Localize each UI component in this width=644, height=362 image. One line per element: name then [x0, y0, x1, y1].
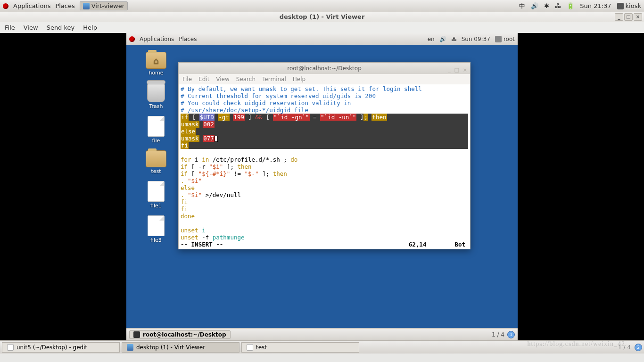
monitor-icon [127, 344, 133, 351]
folder-home-icon [146, 52, 166, 69]
workspace-switcher-icon[interactable]: 1 [507, 331, 515, 338]
network-icon[interactable]: 🖧 [451, 36, 457, 42]
code-line: unset -f pathmunge [181, 234, 468, 241]
guest-desktop[interactable]: Applications Places en 🔊 🖧 Sun 09:37 roo… [126, 33, 518, 340]
vim-scroll: Bot [454, 241, 468, 248]
desktop-icon-test[interactable]: test [140, 150, 173, 174]
volume-icon[interactable]: 🔊 [531, 2, 538, 9]
desktop-icons: home Trash file test file1 file3 [140, 52, 173, 243]
code-line: for i in /etc/profile.d/*.sh ; do [181, 156, 468, 163]
term-menu-help[interactable]: Help [293, 76, 305, 82]
file-icon [148, 215, 165, 236]
redhat-icon [129, 36, 135, 42]
virt-menu-file[interactable]: File [5, 24, 15, 31]
host-task-virtviewer[interactable]: Virt-viewer [80, 1, 128, 10]
taskbar-item-test[interactable]: test [241, 342, 359, 353]
task-label: desktop (1) - Virt Viewer [136, 344, 205, 351]
code-line: else [181, 184, 468, 191]
icon-label: home [149, 70, 163, 76]
term-menu-terminal[interactable]: Terminal [262, 76, 286, 82]
code-line-highlight: else [181, 128, 468, 135]
term-menu-view[interactable]: View [216, 76, 229, 82]
host-top-panel: Applications Places Virt-viewer 中 🔊 ✱ 🖧 … [0, 0, 644, 12]
redhat-icon [3, 3, 8, 9]
minimize-button[interactable]: _ [448, 65, 451, 76]
code-comment: # You could check uidgid reservation val… [181, 99, 468, 107]
terminal-menubar: File Edit View Search Terminal Help [179, 74, 470, 84]
icon-label: test [151, 168, 161, 174]
virt-menu-sendkey[interactable]: Send key [47, 24, 75, 31]
maximize-button[interactable]: □ [454, 65, 459, 76]
network-icon[interactable]: 🖧 [555, 2, 561, 9]
volume-icon[interactable]: 🔊 [439, 36, 446, 42]
workspace-indicator[interactable]: 1 / 4 [492, 331, 504, 338]
close-button[interactable]: × [463, 65, 467, 76]
code-line [181, 220, 468, 227]
guest-applications-menu[interactable]: Applications [140, 36, 174, 42]
icon-label: file1 [150, 203, 162, 209]
guest-clock[interactable]: Sun 09:37 [462, 36, 490, 42]
host-places-menu[interactable]: Places [55, 2, 74, 9]
watermark-text: https://blog.csdn.net/weixin_42 [527, 340, 625, 348]
term-menu-file[interactable]: File [182, 76, 192, 82]
virt-menu-help[interactable]: Help [83, 24, 97, 31]
code-line: . "$i" [181, 177, 468, 184]
close-button[interactable]: × [634, 13, 642, 21]
file-icon [148, 181, 165, 202]
code-comment: # By default, we want umask to get set. … [181, 85, 468, 92]
vim-status-line: -- INSERT --62,14Bot [181, 241, 468, 248]
vim-mode: -- INSERT -- [181, 241, 223, 248]
term-menu-edit[interactable]: Edit [198, 76, 209, 82]
code-line-highlight: umask 077 [181, 135, 468, 142]
task-label: root@localhost:~/Desktop [143, 331, 226, 338]
file-icon [148, 116, 165, 137]
maximize-button[interactable]: □ [624, 13, 633, 21]
code-comment: # Current threshold for system reserved … [181, 92, 468, 99]
virt-window-title: desktop (1) - Virt Viewer [280, 13, 365, 20]
code-line: done [181, 213, 468, 220]
taskbar-item-gedit[interactable]: unit5 (~/Desktop) - gedit [2, 342, 120, 353]
bluetooth-icon[interactable]: ✱ [544, 2, 549, 9]
term-menu-search[interactable]: Search [236, 76, 256, 82]
virt-window-titlebar[interactable]: desktop (1) - Virt Viewer _ □ × [0, 12, 644, 22]
monitor-icon [83, 3, 90, 9]
desktop-icon-file1[interactable]: file1 [140, 181, 173, 209]
vm-display-area: Applications Places en 🔊 🖧 Sun 09:37 roo… [0, 33, 644, 340]
desktop-icon-trash[interactable]: Trash [140, 82, 173, 109]
host-applications-menu[interactable]: Applications [13, 2, 50, 9]
virt-menu-view[interactable]: View [24, 24, 38, 31]
terminal-content[interactable]: # By default, we want umask to get set. … [179, 84, 470, 249]
terminal-window[interactable]: root@localhost:~/Desktop _ □ × File Edit… [178, 62, 471, 249]
battery-icon[interactable]: 🔋 [567, 2, 574, 9]
task-label: test [256, 344, 267, 351]
code-line: unset i [181, 227, 468, 234]
host-user-menu[interactable]: kiosk [617, 2, 641, 9]
terminal-icon [133, 331, 140, 338]
guest-bottom-panel: root@localhost:~/Desktop 1 / 4 1 [126, 328, 518, 340]
virt-menubar: File View Send key Help [0, 22, 644, 33]
power-icon [617, 3, 624, 9]
code-line: . "$i" >/dev/null [181, 191, 468, 198]
desktop-icon-file3[interactable]: file3 [140, 215, 173, 243]
host-clock[interactable]: Sun 21:37 [580, 2, 611, 9]
guest-places-menu[interactable]: Places [179, 36, 197, 42]
code-line-highlight: if [ $UID -gt 199 ] && [ "`id -gn`" = "`… [181, 114, 468, 121]
terminal-title: root@localhost:~/Desktop [287, 65, 362, 72]
desktop-icon-home[interactable]: home [140, 52, 173, 76]
workspace-switcher-icon[interactable]: 2 [635, 344, 642, 351]
guest-user-menu[interactable]: root [495, 36, 515, 42]
minimize-button[interactable]: _ [615, 13, 623, 21]
trash-icon [147, 82, 165, 102]
desktop-icon-file[interactable]: file [140, 116, 173, 144]
taskbar-item-virtviewer[interactable]: desktop (1) - Virt Viewer [122, 342, 239, 353]
code-comment: # /usr/share/doc/setup-*/uidgid file [181, 107, 468, 114]
guest-task-terminal[interactable]: root@localhost:~/Desktop [129, 330, 231, 339]
gedit-icon [7, 344, 14, 351]
task-label: unit5 (~/Desktop) - gedit [17, 344, 87, 351]
guest-lang-indicator[interactable]: en [428, 36, 435, 42]
code-line: if [ "${-#*i}" != "$-" ]; then [181, 170, 468, 177]
code-line-highlight: umask 002 [181, 121, 468, 128]
document-icon [247, 344, 253, 351]
terminal-titlebar[interactable]: root@localhost:~/Desktop _ □ × [179, 63, 470, 74]
ime-indicator[interactable]: 中 [519, 2, 525, 10]
